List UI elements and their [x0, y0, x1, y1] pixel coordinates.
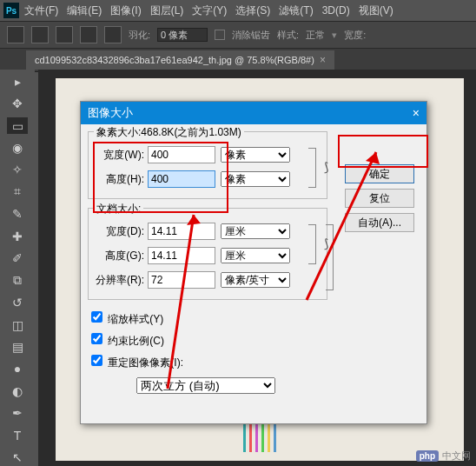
brush-tool-icon[interactable]: ✐	[7, 250, 28, 267]
dodge-tool-icon[interactable]: ◐	[7, 383, 28, 399]
reset-button[interactable]: 复位	[345, 189, 414, 208]
resolution-unit-select[interactable]: 像素/英寸	[221, 272, 290, 288]
resample-method-select[interactable]: 两次立方 (自动)	[136, 377, 275, 394]
doc-width-input[interactable]	[148, 223, 215, 240]
scale-styles-label: 缩放样式(Y)	[108, 313, 163, 325]
blur-tool-icon[interactable]: ●	[7, 361, 28, 377]
selection-subtract-icon[interactable]	[80, 26, 97, 43]
watermark-badge: php	[416, 450, 439, 462]
menu-file[interactable]: 文件(F)	[24, 3, 58, 18]
menu-filter[interactable]: 滤镜(T)	[279, 3, 313, 18]
doc-width-unit-select[interactable]: 厘米	[221, 223, 290, 239]
resolution-input[interactable]	[148, 271, 215, 289]
ok-button[interactable]: 确定	[345, 164, 414, 183]
eraser-tool-icon[interactable]: ◫	[7, 316, 28, 333]
pixel-dimensions-group: 象素大小:468.8K(之前为1.03M) 宽度(W): 像素 高度(H): 像…	[88, 131, 327, 199]
selection-new-icon[interactable]	[31, 26, 49, 43]
gradient-tool-icon[interactable]: ▤	[7, 338, 28, 355]
document-tab-bar: cd1099532c83432896c3ba17e61ea942_th.jpg …	[0, 49, 476, 72]
resample-label: 重定图像像素(I):	[108, 356, 183, 369]
watermark: php 中文网	[416, 449, 471, 463]
doc-height-label: 高度(G):	[96, 249, 144, 263]
healing-brush-tool-icon[interactable]: ✚	[7, 228, 28, 244]
tool-preset-icon[interactable]	[7, 26, 24, 43]
style-value[interactable]: 正常	[306, 29, 325, 42]
feather-input[interactable]	[157, 28, 208, 42]
menu-layer[interactable]: 图层(L)	[150, 3, 184, 18]
clone-stamp-tool-icon[interactable]: ⧉	[7, 272, 28, 289]
resample-checkbox[interactable]	[91, 355, 102, 366]
document-size-legend: 文档大小:	[94, 202, 143, 216]
eyedropper-tool-icon[interactable]: ✎	[7, 206, 28, 223]
pixel-width-label: 宽度(W):	[96, 148, 144, 163]
history-brush-tool-icon[interactable]: ↺	[7, 294, 28, 310]
document-size-group: 文档大小: 宽度(D): 厘米 高度(G): 厘米 分辨率(R): 像素/英寸	[88, 208, 327, 300]
app-logo: Ps	[3, 3, 19, 18]
pixel-width-input[interactable]	[148, 146, 215, 163]
selection-intersect-icon[interactable]	[104, 26, 122, 43]
path-selection-tool-icon[interactable]: ↖	[7, 449, 28, 465]
menu-view[interactable]: 视图(V)	[359, 3, 393, 18]
lasso-tool-icon[interactable]: ◉	[7, 139, 28, 156]
pen-tool-icon[interactable]: ✒	[7, 405, 28, 422]
antialias-label: 消除锯齿	[232, 29, 270, 42]
auto-button[interactable]: 自动(A)...	[345, 213, 414, 232]
menu-edit[interactable]: 编辑(E)	[67, 3, 102, 18]
dialog-title: 图像大小	[88, 105, 133, 121]
constrain-proportions-label: 约束比例(C)	[108, 335, 164, 347]
menu-type[interactable]: 文字(Y)	[192, 3, 227, 18]
pixel-dimensions-legend: 象素大小:468.8K(之前为1.03M)	[94, 125, 244, 140]
constrain-link-icon[interactable]: ⟆	[324, 160, 328, 174]
doc-height-unit-select[interactable]: 厘米	[221, 248, 290, 263]
close-tab-icon[interactable]: ×	[320, 54, 326, 66]
constrain-proportions-checkbox[interactable]	[91, 333, 102, 344]
dialog-close-icon[interactable]: ×	[413, 106, 420, 120]
feather-label: 羽化:	[129, 29, 150, 42]
expand-icon[interactable]: ▸	[7, 73, 28, 90]
doc-height-input[interactable]	[148, 247, 215, 264]
menu-3d[interactable]: 3D(D)	[322, 4, 350, 17]
options-bar: 羽化: 消除锯齿 样式: 正常 ▾ 宽度:	[0, 22, 476, 49]
magic-wand-tool-icon[interactable]: ✧	[7, 162, 28, 178]
style-label: 样式:	[277, 29, 299, 42]
watermark-text: 中文网	[442, 449, 471, 463]
width-label: 宽度:	[344, 29, 366, 42]
scale-styles-checkbox[interactable]	[91, 311, 102, 323]
pixel-height-label: 高度(H):	[96, 172, 144, 187]
menu-image[interactable]: 图像(I)	[110, 3, 141, 18]
pixel-width-unit-select[interactable]: 像素	[221, 147, 290, 163]
options-checks: 缩放样式(Y) 约束比例(C) 重定图像像素(I):	[88, 309, 420, 370]
document-tab[interactable]: cd1099532c83432896c3ba17e61ea942_th.jpg …	[26, 50, 334, 70]
type-tool-icon[interactable]: T	[7, 427, 28, 443]
crop-tool-icon[interactable]: ⌗	[7, 183, 28, 200]
doc-width-label: 宽度(D):	[96, 224, 144, 239]
image-size-dialog: 图像大小 × 确定 复位 自动(A)... 象素大小:468.8K(之前为1.0…	[80, 101, 427, 424]
pixel-height-unit-select[interactable]: 像素	[221, 171, 290, 187]
pixel-height-input[interactable]	[148, 170, 215, 188]
marquee-tool-icon[interactable]: ▭	[7, 117, 28, 134]
document-tab-title: cd1099532c83432896c3ba17e61ea942_th.jpg …	[35, 55, 314, 65]
dialog-titlebar[interactable]: 图像大小 ×	[81, 102, 426, 124]
move-tool-icon[interactable]: ✥	[7, 95, 28, 111]
antialias-checkbox[interactable]	[215, 30, 225, 40]
tools-panel: ▸ ✥ ▭ ◉ ✧ ⌗ ✎ ✚ ✐ ⧉ ↺ ◫ ▤ ● ◐ ✒ T ↖	[0, 70, 35, 466]
resolution-label: 分辨率(R):	[96, 273, 144, 288]
menu-select[interactable]: 选择(S)	[235, 3, 270, 18]
selection-add-icon[interactable]	[56, 26, 73, 43]
menu-bar: Ps 文件(F) 编辑(E) 图像(I) 图层(L) 文字(Y) 选择(S) 滤…	[0, 0, 476, 22]
